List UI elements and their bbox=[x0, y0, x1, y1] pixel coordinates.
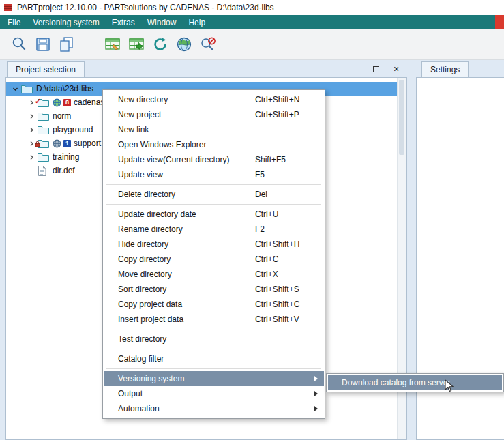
folder-icon bbox=[38, 111, 49, 121]
menu-item-sort-directory[interactable]: Sort directoryCtrl+Shift+S bbox=[104, 282, 324, 297]
table-edit-icon[interactable] bbox=[102, 33, 123, 55]
shortcut-label: Del bbox=[255, 190, 267, 199]
menu-item-delete-directory[interactable]: Delete directoryDel bbox=[104, 187, 324, 202]
versioning-submenu: Download catalog from server bbox=[326, 373, 504, 392]
folder-icon: ✓ bbox=[38, 98, 49, 108]
file-icon bbox=[38, 166, 49, 176]
shortcut-label: Ctrl+Shift+P bbox=[255, 110, 299, 119]
chevron-spacer bbox=[27, 166, 36, 175]
shortcut-label: Ctrl+Shift+H bbox=[255, 239, 299, 249]
app-window: PARTproject 12.10.00 - PARTsolutions by … bbox=[0, 0, 504, 440]
globe-mini-icon bbox=[53, 139, 61, 148]
menu-item-rename-directory[interactable]: Rename directoryF2 bbox=[104, 222, 324, 237]
menu-item-new-link[interactable]: New link bbox=[104, 122, 324, 137]
shortcut-label: Ctrl+Shift+S bbox=[255, 284, 299, 294]
menu-file[interactable]: File bbox=[1, 16, 27, 29]
menu-separator bbox=[106, 184, 321, 185]
menu-separator bbox=[106, 349, 321, 349]
shortcut-label: Ctrl+Shift+V bbox=[255, 314, 299, 324]
globe-mini-icon bbox=[53, 98, 61, 107]
checkmark-overlay-icon: ✓ bbox=[35, 97, 41, 106]
status-badge: 1 bbox=[63, 140, 71, 147]
close-icon: × bbox=[394, 64, 399, 74]
sync-icon[interactable] bbox=[149, 33, 171, 55]
menu-item-new-directory[interactable]: New directoryCtrl+Shift+N bbox=[104, 92, 324, 107]
maximize-panel-button[interactable] bbox=[370, 63, 381, 74]
menu-item-automation[interactable]: Automation bbox=[104, 401, 324, 416]
panel-buttons: × bbox=[370, 63, 402, 74]
maximize-icon bbox=[373, 66, 379, 72]
menubar-red-logo bbox=[495, 15, 504, 29]
context-menu: New directoryCtrl+Shift+N New projectCtr… bbox=[102, 89, 325, 419]
shortcut-label: Shift+F5 bbox=[255, 155, 286, 164]
tree-label-support: support bbox=[74, 138, 101, 148]
menu-item-update-view-current-directory[interactable]: Update view(Current directory)Shift+F5 bbox=[104, 152, 324, 167]
tree-label-cadenas: cadenas bbox=[74, 98, 104, 107]
menu-separator bbox=[106, 368, 321, 369]
menu-item-download-catalog-from-server[interactable]: Download catalog from server bbox=[328, 375, 502, 390]
menu-separator bbox=[106, 204, 321, 205]
menu-item-output[interactable]: Output bbox=[104, 386, 324, 401]
folder-open-icon bbox=[21, 84, 33, 94]
menu-versioning-system[interactable]: Versioning system bbox=[27, 16, 105, 29]
submenu-arrow-icon bbox=[314, 391, 318, 396]
chevron-right-icon[interactable] bbox=[27, 152, 36, 162]
menu-window[interactable]: Window bbox=[141, 16, 183, 29]
lock-overlay-icon bbox=[35, 140, 40, 149]
tab-project-selection[interactable]: Project selection bbox=[7, 61, 85, 77]
menu-extras[interactable]: Extras bbox=[106, 16, 141, 29]
tree-label-root: D:\data\23d-libs bbox=[36, 84, 93, 93]
tree-label-dirdef: dir.def bbox=[53, 166, 75, 175]
copy-icon[interactable] bbox=[56, 33, 78, 55]
shortcut-label: F2 bbox=[255, 224, 265, 234]
search-restricted-icon[interactable] bbox=[197, 33, 219, 55]
shortcut-label: Ctrl+U bbox=[255, 209, 278, 219]
save-icon[interactable] bbox=[32, 33, 54, 55]
menu-item-copy-directory[interactable]: Copy directoryCtrl+C bbox=[104, 252, 324, 267]
close-panel-button[interactable]: × bbox=[391, 63, 402, 74]
tab-settings[interactable]: Settings bbox=[421, 61, 469, 77]
submenu-arrow-icon bbox=[314, 376, 318, 381]
shortcut-label: Ctrl+Shift+N bbox=[255, 95, 299, 104]
tab-project-selection-label: Project selection bbox=[16, 65, 76, 74]
menu-bar: File Versioning system Extras Window Hel… bbox=[0, 15, 504, 29]
menu-item-copy-project-data[interactable]: Copy project dataCtrl+Shift+C bbox=[104, 297, 324, 312]
status-badge: 8 bbox=[63, 99, 71, 106]
app-logo-icon bbox=[3, 3, 13, 12]
tree-label-training: training bbox=[53, 152, 79, 162]
menu-item-insert-project-data[interactable]: Insert project dataCtrl+Shift+V bbox=[104, 312, 324, 327]
shortcut-label: Ctrl+X bbox=[255, 269, 278, 279]
tab-settings-label: Settings bbox=[430, 65, 460, 74]
menu-item-open-windows-explorer[interactable]: Open Windows Explorer bbox=[104, 137, 324, 152]
menu-item-new-project[interactable]: New projectCtrl+Shift+P bbox=[104, 107, 324, 122]
chevron-right-icon[interactable] bbox=[27, 125, 36, 134]
menu-item-move-directory[interactable]: Move directoryCtrl+X bbox=[104, 267, 324, 282]
menu-item-catalog-filter[interactable]: Catalog filter bbox=[104, 351, 324, 366]
search-project-icon[interactable] bbox=[8, 33, 30, 55]
shortcut-label: Ctrl+C bbox=[255, 254, 278, 264]
scrollbar-thumb[interactable] bbox=[399, 80, 404, 155]
toolbar bbox=[0, 29, 504, 60]
folder-icon bbox=[38, 125, 49, 135]
window-title: PARTproject 12.10.00 - PARTsolutions by … bbox=[17, 3, 274, 12]
folder-icon bbox=[38, 138, 49, 149]
menu-separator bbox=[106, 329, 321, 329]
settings-panel-tabrow: Settings bbox=[416, 61, 504, 77]
project-panel-tabrow: Project selection × bbox=[5, 61, 407, 77]
shortcut-label: Ctrl+Shift+C bbox=[255, 299, 299, 309]
menu-item-test-directory[interactable]: Test directory bbox=[104, 332, 324, 347]
toolbar-separator bbox=[80, 44, 102, 45]
tree-label-norm: norm bbox=[53, 111, 71, 121]
menu-item-update-view[interactable]: Update viewF5 bbox=[104, 167, 324, 182]
tree-label-playground: playground bbox=[53, 125, 93, 134]
chevron-down-icon[interactable] bbox=[10, 84, 20, 93]
title-bar: PARTproject 12.10.00 - PARTsolutions by … bbox=[0, 0, 504, 15]
menu-item-versioning-system[interactable]: Versioning system bbox=[104, 371, 324, 386]
globe-icon[interactable] bbox=[173, 33, 195, 55]
shortcut-label: F5 bbox=[255, 170, 265, 179]
menu-help[interactable]: Help bbox=[182, 16, 211, 29]
chevron-right-icon[interactable] bbox=[27, 111, 36, 121]
menu-item-update-directory-date[interactable]: Update directory dateCtrl+U bbox=[104, 207, 324, 222]
table-export-icon[interactable] bbox=[125, 33, 147, 55]
menu-item-hide-directory[interactable]: Hide directoryCtrl+Shift+H bbox=[104, 237, 324, 252]
